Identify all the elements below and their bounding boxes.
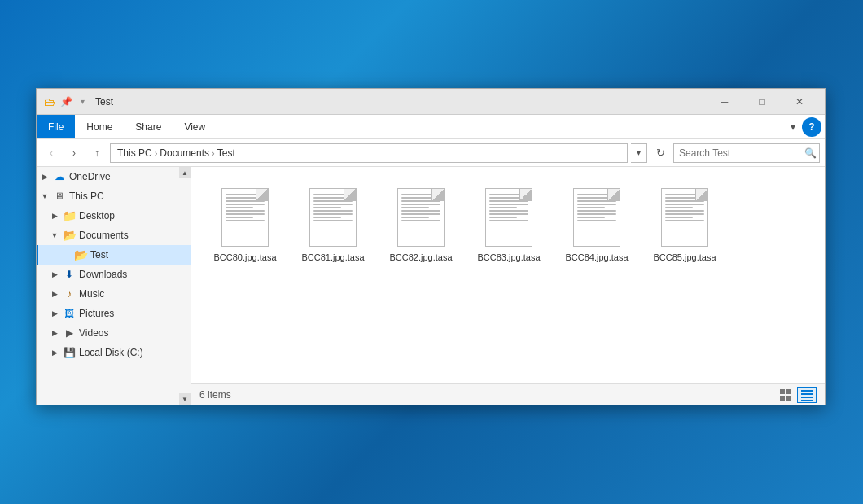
search-input[interactable] [679,147,801,159]
doc-line [313,220,353,221]
file-name: BCC82.jpg.tasa [389,252,452,263]
music-expand-icon: ▶ [50,289,59,299]
dropdown-icon: ▾ [76,95,89,108]
file-item[interactable]: BCC84.jpg.tasa [556,180,637,270]
file-icon-container [395,186,447,248]
doc-line [401,213,440,215]
search-icon[interactable]: 🔍 [804,147,817,159]
search-box[interactable]: 🔍 [673,143,820,163]
doc-line [577,200,616,202]
sidebar-item-thispc[interactable]: ▼ 🖥 This PC [37,186,191,206]
doc-line [313,200,353,202]
doc-line [489,220,528,221]
localdisk-expand-icon: ▶ [50,348,59,357]
videos-expand-icon: ▶ [50,328,59,338]
file-item[interactable]: BCC80.jpg.tasa [204,180,286,270]
doc-icon [661,188,708,247]
maximize-button[interactable]: □ [743,89,781,115]
path-sep-2: › [212,148,215,158]
address-expand[interactable]: ▾ [631,143,647,163]
up-button[interactable]: ↑ [87,143,107,163]
doc-line [577,210,616,212]
menu-home[interactable]: Home [75,115,124,138]
documents-label: Documents [79,230,129,241]
doc-line [665,207,693,208]
sidebar-item-pictures[interactable]: ▶ 🖼 Pictures [37,304,191,323]
status-bar: 6 items [191,383,825,405]
sidebar-item-videos[interactable]: ▶ ▶ Videos [37,323,191,343]
svg-rect-1 [786,389,791,394]
doc-line [226,194,265,195]
menu-file[interactable]: File [37,115,75,138]
file-name: BCC84.jpg.tasa [565,252,628,263]
help-button[interactable]: ? [802,117,821,137]
doc-line [313,213,353,215]
view-detail-button[interactable] [797,387,817,403]
documents-expand-icon: ▼ [50,230,59,240]
music-label: Music [79,288,104,300]
file-name: BCC81.jpg.tasa [301,252,364,263]
file-item[interactable]: BCC81.jpg.tasa [292,180,374,270]
sidebar-item-test[interactable]: 📂 Test [37,245,191,265]
menu-share[interactable]: Share [124,115,173,138]
title-bar: 🗁 📌 ▾ Test ─ □ ✕ [37,89,825,115]
file-name: BCC85.jpg.tasa [653,252,716,263]
doc-line [401,197,440,199]
doc-line [577,204,616,205]
status-item-count: 6 items [199,389,776,401]
doc-line [577,197,616,199]
file-icon-container [571,186,623,248]
path-documents[interactable]: Documents [160,147,209,159]
menu-view[interactable]: View [173,115,217,138]
doc-icon [309,188,357,247]
doc-line [401,220,440,221]
file-item[interactable]: BCC85.jpg.tasa [644,180,725,270]
doc-line [226,213,265,215]
main-content: ▲ ▶ ☁ OneDrive ▼ 🖥 This PC ▶ 📁 Desktop [37,167,825,405]
pictures-expand-icon: ▶ [50,309,59,318]
doc-line [401,204,440,205]
file-explorer-window: 🗁 📌 ▾ Test ─ □ ✕ File Home Share View ▾ … [36,88,826,405]
sidebar-scroll-up[interactable]: ▲ [179,167,191,178]
onedrive-expand-icon: ▶ [40,172,50,182]
sidebar-item-downloads[interactable]: ▶ ⬇ Downloads [37,265,191,284]
doc-line [577,207,605,208]
doc-line [313,210,353,212]
sidebar-item-music[interactable]: ▶ ♪ Music [37,284,191,304]
view-list-button[interactable] [776,387,795,403]
sidebar-item-onedrive[interactable]: ▶ ☁ OneDrive [37,167,191,186]
sidebar: ▲ ▶ ☁ OneDrive ▼ 🖥 This PC ▶ 📁 Desktop [37,167,191,405]
path-test[interactable]: Test [217,147,235,159]
refresh-button[interactable]: ↻ [651,143,670,163]
doc-line [577,220,616,221]
doc-line [577,213,616,215]
desktop-expand-icon: ▶ [50,211,59,221]
menu-expand[interactable]: ▾ [784,121,802,133]
sidebar-scroll-down[interactable]: ▼ [179,393,191,405]
file-item[interactable]: BCC83.jpg.tasa [468,180,550,270]
file-area: BCC80.jpg.tasa BCC81.jpg.tasa BCC82.jpg.… [191,167,825,405]
address-path[interactable]: This PC › Documents › Test [110,143,628,163]
file-item[interactable]: BCC82.jpg.tasa [380,180,462,270]
pictures-icon: 🖼 [63,307,76,320]
doc-line [489,210,528,212]
doc-line [226,204,265,205]
address-bar: ‹ › ↑ This PC › Documents › Test ▾ ↻ 🔍 [37,139,825,167]
sidebar-item-localdisk[interactable]: ▶ 💾 Local Disk (C:) [37,343,191,362]
doc-line [489,213,528,215]
doc-icon [397,188,445,247]
doc-line [226,197,265,199]
window-title: Test [95,96,706,107]
forward-button[interactable]: › [64,143,84,163]
sidebar-item-documents[interactable]: ▼ 📂 Documents [37,226,191,245]
sidebar-item-desktop[interactable]: ▶ 📁 Desktop [37,206,191,226]
doc-line [401,207,429,208]
path-this-pc[interactable]: This PC [117,147,152,159]
doc-line [401,217,429,218]
doc-line [313,207,341,208]
close-button[interactable]: ✕ [781,89,818,115]
minimize-button[interactable]: ─ [706,89,743,115]
doc-line [489,217,517,218]
doc-line [665,200,704,202]
back-button[interactable]: ‹ [42,143,61,163]
